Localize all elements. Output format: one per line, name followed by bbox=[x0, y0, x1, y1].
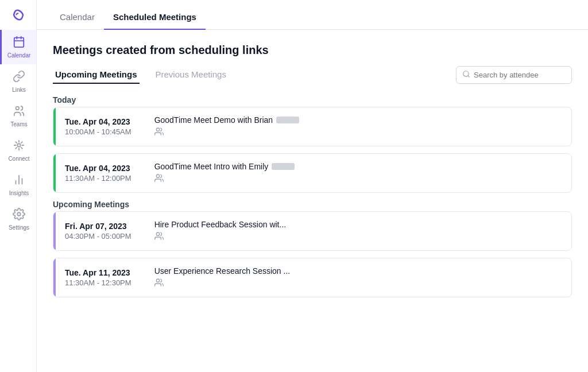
meeting-date-time: Tue. Apr 04, 2023 10:00AM - 10:45AM bbox=[65, 117, 131, 136]
page-title: Meetings created from scheduling links bbox=[53, 44, 572, 57]
search-box[interactable] bbox=[456, 66, 572, 84]
card-body: Tue. Apr 04, 2023 11:30AM - 12:00PM Good… bbox=[56, 154, 571, 192]
svg-point-13 bbox=[156, 175, 159, 177]
sidebar-item-teams[interactable]: Teams bbox=[0, 99, 36, 133]
insights-icon bbox=[13, 173, 25, 188]
sidebar-item-connect-label: Connect bbox=[8, 156, 29, 162]
section-upcoming-heading: Upcoming Meetings bbox=[53, 200, 572, 209]
meeting-date-time: Tue. Apr 04, 2023 11:30AM - 12:00PM bbox=[65, 164, 131, 183]
attendee-icon bbox=[154, 127, 562, 138]
card-body: Tue. Apr 04, 2023 10:00AM - 10:45AM Good… bbox=[56, 107, 571, 146]
sidebar-item-links[interactable]: Links bbox=[0, 64, 36, 99]
card-body: Fri. Apr 07, 2023 04:30PM - 05:00PM Hire… bbox=[56, 212, 571, 250]
main-content: Calendar Scheduled Meetings Meetings cre… bbox=[37, 0, 588, 372]
meeting-title: Hire Product Feedback Session wit... bbox=[154, 220, 562, 229]
attendee-icon bbox=[154, 231, 562, 242]
links-icon bbox=[13, 70, 25, 84]
sidebar-item-connect[interactable]: Connect bbox=[0, 133, 36, 168]
meeting-date-time: Tue. Apr 11, 2023 11:30AM - 12:30PM bbox=[65, 268, 131, 287]
blurred-name bbox=[276, 117, 299, 123]
svg-point-15 bbox=[156, 279, 159, 282]
meeting-time: 04:30PM - 05:00PM bbox=[65, 232, 131, 241]
connect-icon bbox=[13, 139, 25, 153]
meeting-date: Tue. Apr 04, 2023 bbox=[65, 117, 131, 126]
meeting-title: GoodTime Meet Intro with Emily bbox=[154, 162, 562, 171]
meeting-title: User Experience Research Session ... bbox=[154, 266, 562, 276]
settings-icon bbox=[13, 208, 25, 222]
meeting-card[interactable]: Tue. Apr 04, 2023 11:30AM - 12:00PM Good… bbox=[53, 153, 572, 193]
meeting-card[interactable]: Fri. Apr 07, 2023 04:30PM - 05:00PM Hire… bbox=[53, 211, 572, 251]
sidebar-item-settings-label: Settings bbox=[9, 224, 29, 231]
svg-point-12 bbox=[156, 128, 159, 131]
calendar-icon bbox=[13, 36, 25, 50]
teams-icon bbox=[13, 104, 25, 119]
search-icon bbox=[462, 70, 470, 80]
meeting-info: GoodTime Meet Demo with Brian bbox=[131, 115, 562, 138]
tab-scheduled-meetings[interactable]: Scheduled Meetings bbox=[104, 5, 206, 30]
meeting-date: Fri. Apr 07, 2023 bbox=[65, 222, 131, 231]
sidebar-item-insights[interactable]: Insights bbox=[0, 168, 36, 202]
sidebar-item-calendar-label: Calendar bbox=[7, 52, 31, 59]
svg-rect-0 bbox=[14, 38, 24, 48]
meeting-time: 11:30AM - 12:30PM bbox=[65, 278, 131, 287]
meeting-card[interactable]: Tue. Apr 11, 2023 11:30AM - 12:30PM User… bbox=[53, 258, 572, 297]
section-today: Today Tue. Apr 04, 2023 10:00AM - 10:45A… bbox=[53, 95, 572, 193]
svg-point-5 bbox=[17, 144, 21, 147]
content-area: Meetings created from scheduling links U… bbox=[37, 30, 588, 372]
meeting-date-time: Fri. Apr 07, 2023 04:30PM - 05:00PM bbox=[65, 222, 131, 241]
meeting-time: 10:00AM - 10:45AM bbox=[65, 127, 131, 136]
attendee-icon bbox=[154, 173, 562, 184]
meeting-info: GoodTime Meet Intro with Emily bbox=[131, 162, 562, 184]
meeting-date: Tue. Apr 11, 2023 bbox=[65, 268, 131, 277]
sidebar-item-links-label: Links bbox=[12, 87, 25, 93]
sub-tabs-row: Upcoming Meetings Previous Meetings bbox=[53, 66, 572, 84]
meeting-time: 11:30AM - 12:00PM bbox=[65, 174, 131, 183]
meeting-title: GoodTime Meet Demo with Brian bbox=[154, 115, 562, 125]
sidebar-item-insights-label: Insights bbox=[9, 190, 29, 196]
tab-upcoming-meetings[interactable]: Upcoming Meetings bbox=[53, 66, 140, 84]
svg-point-14 bbox=[156, 232, 159, 235]
sidebar-item-calendar[interactable]: Calendar bbox=[0, 30, 36, 64]
svg-line-11 bbox=[468, 76, 470, 78]
search-input[interactable] bbox=[474, 71, 566, 79]
section-upcoming: Upcoming Meetings Fri. Apr 07, 2023 04:3… bbox=[53, 200, 572, 297]
blurred-name bbox=[272, 163, 295, 170]
meeting-info: Hire Product Feedback Session wit... bbox=[131, 220, 562, 242]
card-body: Tue. Apr 11, 2023 11:30AM - 12:30PM User… bbox=[56, 258, 571, 297]
meeting-card[interactable]: Tue. Apr 04, 2023 10:00AM - 10:45AM Good… bbox=[53, 107, 572, 146]
meeting-date: Tue. Apr 04, 2023 bbox=[65, 164, 131, 173]
svg-point-4 bbox=[16, 107, 20, 110]
svg-point-9 bbox=[17, 212, 21, 216]
sidebar: Calendar Links Teams bbox=[0, 0, 37, 372]
meeting-info: User Experience Research Session ... bbox=[131, 266, 562, 289]
tab-calendar[interactable]: Calendar bbox=[51, 5, 104, 30]
tab-previous-meetings[interactable]: Previous Meetings bbox=[153, 66, 229, 84]
app-logo bbox=[8, 5, 29, 25]
sub-tabs: Upcoming Meetings Previous Meetings bbox=[53, 66, 229, 84]
attendee-icon bbox=[154, 278, 562, 289]
sidebar-item-teams-label: Teams bbox=[10, 121, 27, 127]
sidebar-item-settings[interactable]: Settings bbox=[0, 202, 36, 237]
top-navigation: Calendar Scheduled Meetings bbox=[37, 0, 588, 30]
section-today-heading: Today bbox=[53, 95, 572, 104]
